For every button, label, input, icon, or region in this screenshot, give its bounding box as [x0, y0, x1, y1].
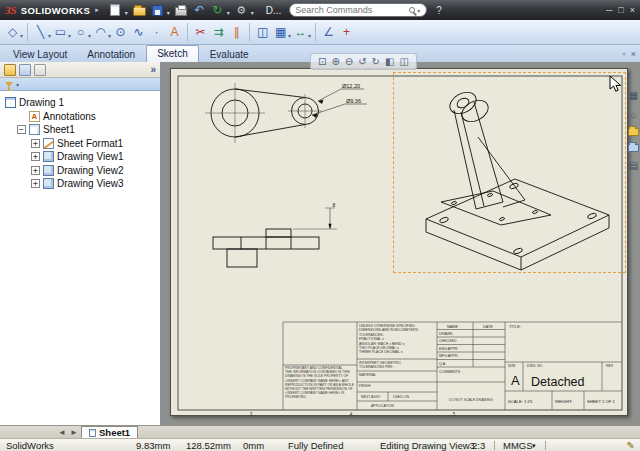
line-tool-icon[interactable]: ╲ [32, 23, 49, 41]
featuremanager-tree-icon[interactable] [4, 64, 16, 76]
pattern-dropdown-icon[interactable]: ▾ [288, 32, 291, 39]
expand-toggle-icon[interactable]: + [31, 139, 40, 148]
active-view-selection-border[interactable] [393, 72, 626, 273]
drawing-view1-top[interactable] [205, 83, 322, 143]
name-header: NAME [447, 325, 458, 329]
zoom-to-area-icon[interactable]: ⊡ [318, 56, 326, 67]
tree-item-sheet-format1[interactable]: + Sheet Format1 [0, 137, 160, 151]
configurationmanager-icon[interactable] [34, 64, 46, 76]
task-pane-resources-icon[interactable]: ▦ [629, 90, 638, 101]
view-settings-icon[interactable]: ◫ [399, 56, 408, 67]
tree-item-drawing-view2[interactable]: + Drawing View2 [0, 164, 160, 178]
tab-sketch[interactable]: Sketch [146, 45, 199, 62]
expand-toggle-icon[interactable]: + [31, 166, 40, 175]
rectangle-tool-icon[interactable]: ▭ [52, 23, 69, 41]
sheet-nav-next-icon[interactable]: ► [69, 428, 79, 437]
repair-sketch-icon[interactable]: + [338, 23, 355, 41]
open-button[interactable] [132, 3, 147, 18]
sheet-tab-sheet1[interactable]: Sheet1 [81, 426, 138, 438]
minimize-button[interactable]: ─ [606, 5, 612, 15]
approval-row-label: DRAWN [439, 332, 453, 336]
close-button[interactable]: × [630, 5, 635, 15]
file-explorer-folder-icon[interactable] [628, 144, 639, 152]
dimension-text[interactable]: 8 [333, 202, 336, 208]
dimension-text[interactable]: Ø9.36 [346, 98, 361, 104]
design-library-folder-icon[interactable] [628, 128, 639, 136]
units-selector[interactable]: MMGS [503, 440, 533, 451]
circle-tool-icon[interactable]: ○ [72, 23, 89, 41]
tree-item-drawing1[interactable]: Drawing 1 [0, 96, 160, 110]
display-style-icon[interactable]: ◧ [385, 56, 394, 67]
dimension-dropdown-icon[interactable]: ▾ [20, 32, 23, 39]
pan-view-icon[interactable]: ↻ [372, 56, 380, 67]
tree-item-drawing-view3[interactable]: + Drawing View3 [0, 177, 160, 191]
spline-tool-icon[interactable]: ∿ [130, 23, 147, 41]
zoom-out-icon[interactable]: ⊖ [345, 56, 353, 67]
home-icon[interactable]: ⌂ [630, 109, 636, 120]
dimension-height[interactable]: 8 [293, 202, 337, 230]
rev-label: REV [606, 364, 614, 368]
titleblock-fineprint: DIMENSIONS ARE IN MILLIMETERS [359, 328, 419, 332]
line-dropdown-icon[interactable]: ▾ [48, 32, 51, 39]
search-commands-box[interactable]: ▾ [289, 3, 427, 17]
drawing-view2-front[interactable] [213, 229, 319, 267]
maximize-button[interactable]: □ [618, 5, 623, 15]
tab-evaluate[interactable]: Evaluate [201, 47, 258, 62]
document-restore-button[interactable]: ▫ [623, 49, 626, 59]
help-button[interactable]: ? [436, 5, 442, 16]
convert-entities-icon[interactable]: ⇉ [210, 23, 227, 41]
search-input[interactable] [295, 5, 406, 15]
tree-item-drawing-view1[interactable]: + Drawing View1 [0, 150, 160, 164]
save-dropdown-icon[interactable]: ▾ [167, 9, 170, 16]
collapse-toggle-icon[interactable]: − [17, 125, 26, 134]
graphics-area[interactable]: ⊡ ⊕ ⊖ ↺ ↻ ◧ ◫ 3 4 5 [162, 62, 640, 425]
save-button[interactable] [150, 3, 165, 18]
circle-dropdown-icon[interactable]: ▾ [88, 32, 91, 39]
sheet-nav-prev-icon[interactable]: ◄ [57, 428, 67, 437]
rectangle-dropdown-icon[interactable]: ▾ [68, 32, 71, 39]
expand-toggle-icon[interactable]: + [31, 179, 40, 188]
sheet-icon [29, 124, 40, 135]
tree-item-sheet1[interactable]: − Sheet1 [0, 123, 160, 137]
panel-more-icon[interactable]: » [150, 64, 156, 75]
main-area: » ▾ Drawing 1 A Annotations − [0, 62, 640, 425]
tab-annotation[interactable]: Annotation [78, 47, 144, 62]
dimension-text[interactable]: Ø12.20 [342, 83, 360, 89]
tab-view-layout[interactable]: View Layout [4, 47, 76, 62]
search-dropdown-icon[interactable]: ▾ [417, 7, 420, 14]
move-entities-icon[interactable]: ↔ [292, 23, 309, 41]
undo-button[interactable]: ↶ [192, 3, 207, 18]
point-tool-icon[interactable]: · [148, 23, 165, 41]
ellipse-tool-icon[interactable]: ⊙ [112, 23, 129, 41]
filter-dropdown-icon[interactable]: ▾ [16, 81, 19, 88]
options-dropdown-icon[interactable]: ▾ [251, 9, 254, 16]
zoom-in-icon[interactable]: ⊕ [331, 56, 339, 67]
drawing-view-icon [43, 151, 54, 162]
propertymanager-icon[interactable] [19, 64, 31, 76]
rebuild-dropdown-icon[interactable]: ▾ [227, 9, 230, 16]
tree-item-annotations[interactable]: A Annotations [0, 110, 160, 124]
print-button[interactable] [174, 3, 189, 18]
units-dropdown-icon[interactable]: ▾ [532, 442, 536, 450]
rebuild-button[interactable]: ↻ [210, 3, 225, 18]
tree-filter-bar[interactable]: ▾ [0, 78, 160, 91]
trim-entities-icon[interactable]: ✂ [192, 23, 209, 41]
options-button[interactable]: ⚙ [234, 3, 249, 18]
document-close-button[interactable]: × [631, 49, 636, 59]
offset-entities-icon[interactable]: ∥ [228, 23, 245, 41]
display-relations-icon[interactable]: ∠ [320, 23, 337, 41]
new-document-button[interactable] [108, 3, 123, 18]
mirror-entities-icon[interactable]: ◫ [254, 23, 271, 41]
move-dropdown-icon[interactable]: ▾ [308, 32, 311, 39]
expand-toggle-icon[interactable]: + [31, 152, 40, 161]
arc-dropdown-icon[interactable]: ▾ [108, 32, 111, 39]
logo-menu-arrow-icon[interactable]: ▸ [95, 6, 99, 14]
linear-pattern-icon[interactable]: ▦ [272, 23, 289, 41]
text-tool-icon[interactable]: A [166, 23, 183, 41]
rotate-view-icon[interactable]: ↺ [358, 56, 366, 67]
new-dropdown-icon[interactable]: ▾ [125, 9, 128, 16]
approval-row-label: CHECKED [439, 339, 457, 343]
arc-tool-icon[interactable]: ◠ [92, 23, 109, 41]
smart-dimension-icon[interactable]: ◇ [4, 23, 21, 41]
drawing-sheet[interactable]: 3 4 5 [170, 68, 628, 416]
